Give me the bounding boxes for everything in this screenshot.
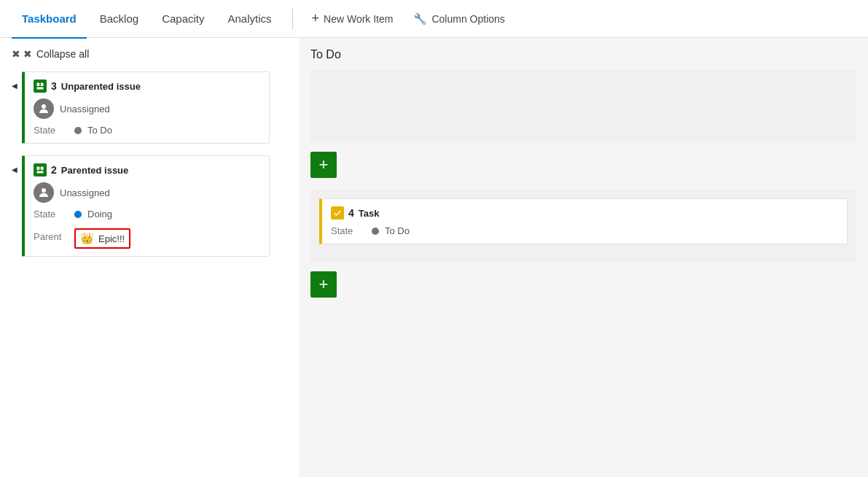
work-card-title-1: Unparented issue — [61, 81, 141, 92]
state-label-2: State — [34, 209, 69, 220]
task-icon-4 — [331, 206, 344, 220]
avatar-2 — [34, 182, 54, 203]
work-row-unparented: ◀ 3 Unparented issue — [12, 71, 287, 144]
work-card-header-2: 2 Parented issue — [34, 163, 260, 177]
assignee-row-1: Unassigned — [34, 98, 260, 119]
parent-text: Epic!!! — [98, 233, 125, 244]
svg-rect-5 — [41, 167, 44, 171]
work-card-unparented: 3 Unparented issue Unassigned State — [22, 71, 270, 144]
collapse-all-button[interactable]: ✖ ✖ Collapse all — [12, 48, 287, 60]
add-task-button-1[interactable]: + — [310, 152, 337, 178]
collapse-arrow-1[interactable]: ◀ — [12, 82, 17, 90]
state-value-2: Doing — [87, 209, 112, 220]
section-parented-todo: 4 Task State To Do + — [310, 190, 856, 298]
state-row-2: State Doing — [34, 209, 260, 220]
state-value-1: To Do — [87, 125, 112, 136]
task-card-header-4: 4 Task — [331, 206, 838, 220]
tab-backlog[interactable]: Backlog — [90, 1, 149, 39]
main-content: ✖ ✖ Collapse all ◀ 3 Unparented issue — [0, 38, 868, 477]
work-row-parented: ◀ 2 Parented issue — [12, 155, 287, 257]
task-state-label-4: State — [331, 225, 366, 236]
work-card-id-1: 3 — [51, 80, 57, 92]
nav-bar: Taskboard Backlog Capacity Analytics + N… — [0, 0, 868, 38]
parent-value-row: 👑 Epic!!! — [74, 228, 130, 249]
issue-icon-1 — [34, 80, 47, 93]
crown-icon: 👑 — [80, 232, 94, 245]
right-panel: To Do + 4 Task — [299, 38, 868, 477]
task-state-value-4: To Do — [385, 225, 410, 236]
section-area-2: 4 Task State To Do — [310, 190, 856, 263]
svg-rect-0 — [37, 83, 40, 87]
task-state-dot-4 — [372, 228, 379, 235]
section-unparented-todo: + — [310, 70, 856, 178]
assignee-name-1: Unassigned — [60, 104, 110, 115]
plus-icon: + — [312, 11, 320, 26]
work-card-parented: 2 Parented issue Unassigned State D — [22, 155, 270, 257]
task-card-title-4: Task — [359, 208, 380, 219]
collapse-arrow-2[interactable]: ◀ — [12, 166, 17, 174]
issue-icon-2 — [34, 163, 47, 177]
assignee-row-2: Unassigned — [34, 182, 260, 203]
parent-label: Parent — [34, 231, 69, 242]
svg-rect-1 — [41, 83, 44, 87]
left-panel: ✖ ✖ Collapse all ◀ 3 Unparented issue — [0, 38, 299, 477]
svg-rect-2 — [37, 88, 44, 90]
task-card-4: 4 Task State To Do — [319, 198, 848, 244]
state-dot-1 — [74, 127, 82, 134]
svg-point-7 — [42, 188, 46, 193]
new-work-item-button[interactable]: + New Work Item — [303, 7, 402, 31]
work-card-id-2: 2 — [51, 164, 57, 176]
state-dot-2 — [74, 211, 82, 218]
tab-capacity[interactable]: Capacity — [152, 1, 214, 39]
state-row-1: State To Do — [34, 125, 260, 136]
avatar-1 — [34, 98, 54, 119]
parent-row-wrapper: Parent 👑 Epic!!! — [34, 224, 260, 249]
task-card-id-4: 4 — [348, 207, 354, 219]
state-label-1: State — [34, 125, 69, 136]
add-task-button-2[interactable]: + — [310, 271, 337, 298]
wrench-icon: 🔧 — [413, 12, 427, 26]
task-state-row-4: State To Do — [331, 225, 838, 236]
tab-analytics[interactable]: Analytics — [217, 1, 281, 39]
svg-rect-6 — [37, 171, 44, 174]
column-options-button[interactable]: 🔧 Column Options — [404, 7, 513, 31]
tab-taskboard[interactable]: Taskboard — [12, 1, 87, 39]
work-card-header-1: 3 Unparented issue — [34, 80, 260, 93]
svg-rect-4 — [37, 167, 40, 171]
section-area-1 — [310, 70, 856, 143]
collapse-icon: ✖ ✖ — [12, 48, 32, 60]
svg-point-3 — [42, 104, 46, 109]
work-card-title-2: Parented issue — [61, 165, 129, 176]
nav-divider — [292, 9, 293, 29]
column-header-todo: To Do — [310, 48, 856, 61]
assignee-name-2: Unassigned — [60, 187, 110, 198]
